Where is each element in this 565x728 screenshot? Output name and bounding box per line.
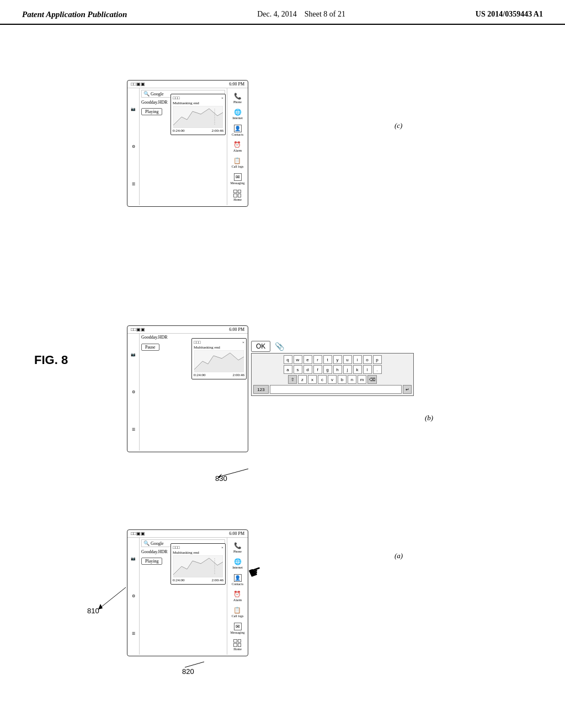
key-s[interactable]: s (294, 365, 302, 374)
keyboard-b[interactable]: q w e r t y u i o p a s d f g h j k l . … (251, 353, 414, 396)
key-g[interactable]: g (323, 365, 332, 374)
app-icons-col-c: 📞 Phone 🌐 Internet 👤 Contacts ⏰ Alarm 📋 … (227, 88, 248, 205)
key-o[interactable]: o (363, 355, 372, 364)
sidebar-icon-c2: ⚙ (132, 144, 135, 149)
time-start-b: 0:24:00 (194, 373, 205, 377)
arrow-830 (215, 466, 254, 480)
phone-icon-a: 📞 (234, 542, 242, 549)
landscape-b (194, 350, 244, 372)
home-icon-c (233, 190, 241, 197)
google-icon-a: 🔍 (143, 540, 150, 546)
key-z[interactable]: z (298, 375, 307, 384)
notif-card-a: □□□ × Multitasking end 0:24:00 2:00:46 (170, 543, 226, 585)
playing-btn-a[interactable]: Playing (141, 558, 162, 565)
key-space[interactable] (270, 385, 402, 394)
pub-date: Dec. 4, 2014 (257, 10, 297, 18)
key-enter[interactable]: ↵ (403, 385, 412, 394)
key-t[interactable]: t (323, 355, 332, 364)
key-shift[interactable]: ⇧ (288, 375, 297, 384)
arrow-820 (182, 659, 210, 670)
key-123[interactable]: 123 (253, 385, 269, 394)
ok-area: OK 📎 (251, 341, 284, 352)
key-v[interactable]: v (328, 375, 337, 384)
notif-times-a: 0:24:00 2:00:46 (173, 578, 223, 582)
messaging-app-c: ✉ Messaging (231, 173, 245, 185)
sheet-info: Sheet 8 of 21 (305, 10, 345, 18)
key-b[interactable]: b (338, 375, 347, 384)
notif-card-c: □□□ × Multitasking end 0:24:00 2:00:46 (170, 94, 226, 135)
pause-btn-b[interactable]: Pause (141, 344, 159, 351)
sidebar-a: 📷 ⚙ ☰ (127, 538, 140, 655)
key-i[interactable]: i (353, 355, 362, 364)
status-bar-c: □□▣▣ 6:00 PM (127, 81, 248, 88)
time-start-c: 0:24:00 (173, 129, 184, 133)
key-row-1: q w e r t y u i o p (253, 355, 412, 364)
svg-line-3 (98, 587, 126, 609)
key-row-3: ⇧ z x c v b n m ⌫ (253, 375, 412, 384)
key-m[interactable]: m (358, 375, 366, 384)
key-dot[interactable]: . (373, 365, 382, 374)
key-y[interactable]: y (333, 355, 342, 364)
phone-content-c: 📷 ⚙ ☰ 🔍 Google Goodday.HDR Playing □□□ ×… (127, 88, 248, 205)
notif-app-a: □□□ (173, 545, 180, 550)
status-time-b: 6:00 PM (229, 327, 244, 332)
internet-icon-a: 🌐 (234, 558, 242, 565)
contacts-label-a: Contacts (232, 582, 243, 586)
sidebar-c: 📷 ⚙ ☰ (127, 88, 140, 205)
contacts-label-c: Contacts (232, 133, 243, 136)
sidebar-icon-c3: ☰ (132, 182, 135, 186)
google-icon-c: 🔍 (143, 91, 150, 97)
internet-label-a: Internet (232, 566, 243, 569)
svg-line-8 (218, 469, 248, 477)
key-backspace[interactable]: ⌫ (367, 375, 377, 384)
main-area-b: Goodday.HDR Pause □□□ × Multitasking end… (140, 334, 248, 451)
key-h[interactable]: h (333, 365, 342, 374)
key-p[interactable]: p (373, 355, 382, 364)
internet-app-a: 🌐 Internet (232, 558, 243, 569)
messaging-icon-c: ✉ (234, 173, 242, 181)
key-x[interactable]: x (308, 375, 317, 384)
status-icons-a: □□▣▣ (131, 531, 145, 536)
calllogs-label-a: Call logs (232, 614, 244, 618)
publication-title: Patent Application Publication (22, 10, 127, 19)
key-w[interactable]: w (294, 355, 302, 364)
internet-app-c: 🌐 Internet (232, 109, 243, 120)
key-u[interactable]: u (343, 355, 352, 364)
messaging-icon-a: ✉ (234, 623, 242, 630)
key-j[interactable]: j (343, 365, 352, 374)
key-a[interactable]: a (284, 365, 292, 374)
key-r[interactable]: r (313, 355, 322, 364)
key-l[interactable]: l (363, 365, 372, 374)
notif-times-c: 0:24:00 2:00:46 (173, 129, 223, 133)
time-start-a: 0:24:00 (173, 578, 184, 582)
key-row-2: a s d f g h j k l . (253, 365, 412, 374)
key-f[interactable]: f (313, 365, 322, 374)
notif-app-c: □□□ (173, 96, 180, 100)
key-e[interactable]: e (303, 355, 312, 364)
calllogs-icon-a: 📋 (233, 607, 241, 614)
phone-c: □□▣▣ 6:00 PM 📷 ⚙ ☰ 🔍 Google Goodday.HDR … (127, 80, 248, 207)
playing-btn-c[interactable]: Playing (141, 108, 162, 115)
sidebar-icon-b2: ⚙ (132, 390, 135, 394)
main-area-c: 🔍 Google Goodday.HDR Playing □□□ × Multi… (140, 88, 227, 205)
alarm-app-c: ⏰ Alarm (233, 141, 242, 152)
key-n[interactable]: n (348, 375, 356, 384)
phone-label-a: Phone (233, 550, 242, 553)
key-d[interactable]: d (303, 365, 312, 374)
key-k[interactable]: k (353, 365, 362, 374)
phone-content-a: 📷 ⚙ ☰ 🔍 Google Goodday.HDR Playing □□□ ×… (127, 538, 248, 655)
key-q[interactable]: q (284, 355, 292, 364)
header-center: Dec. 4, 2014 Sheet 8 of 21 (257, 10, 345, 19)
home-app-c: Home (233, 190, 242, 201)
sidebar-icon-b1: 📷 (131, 352, 136, 357)
notif-multitasking-c: Multitasking end (173, 101, 223, 105)
contacts-app-c: 👤 Contacts (232, 125, 243, 136)
sidebar-icon-b3: ☰ (132, 427, 135, 432)
ok-button[interactable]: OK (251, 341, 270, 352)
google-label-c: Google (151, 92, 164, 97)
key-c[interactable]: c (318, 375, 327, 384)
messaging-label-a: Messaging (231, 631, 245, 634)
paperclip-icon: 📎 (275, 342, 284, 351)
status-bar-a: □□▣▣ 6:00 PM (127, 530, 248, 538)
alarm-icon-a: ⏰ (233, 591, 241, 598)
